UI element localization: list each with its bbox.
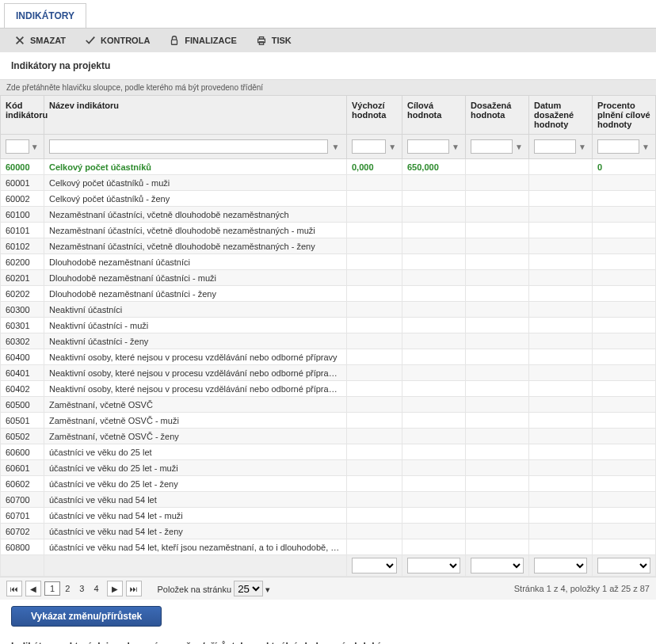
table-row[interactable]: 60201Dlouhodobě nezaměstnaní účastníci -…	[1, 270, 656, 286]
col-header-name[interactable]: Název indikátoru	[44, 96, 347, 135]
filter-icon[interactable]: ▼	[641, 140, 650, 153]
filter-achieved[interactable]	[471, 139, 513, 154]
cell-v1: 0,000	[347, 159, 402, 175]
footer-select-date[interactable]	[534, 558, 587, 574]
cell-name: účastníci ve věku do 25 let - muži	[44, 460, 347, 476]
report-change-button[interactable]: Vykázat změnu/přírůstek	[11, 606, 162, 627]
table-row[interactable]: 60302Neaktivní účastníci - ženy	[1, 333, 656, 349]
col-header-date[interactable]: Datum dosažené hodnoty	[529, 96, 593, 135]
table-row[interactable]: 60001Celkový počet účastníků - muži	[1, 175, 656, 191]
col-header-initial[interactable]: Výchozí hodnota	[347, 96, 402, 135]
cell-v4	[529, 270, 593, 286]
table-row[interactable]: 60601účastníci ve věku do 25 let - muži	[1, 460, 656, 476]
page-size-select[interactable]: 25	[234, 581, 263, 596]
col-header-code[interactable]: Kód indikátoru	[1, 96, 44, 135]
finalize-button[interactable]: FINALIZACE	[161, 32, 244, 49]
cell-v3	[466, 223, 529, 238]
tab-indicators[interactable]: INDIKÁTORY	[4, 3, 86, 28]
table-row[interactable]: 60600účastníci ve věku do 25 let	[1, 444, 656, 460]
finalize-label: FINALIZACE	[185, 36, 236, 45]
filter-icon[interactable]: ▼	[578, 140, 587, 153]
table-row[interactable]: 60500Zaměstnaní, včetně OSVČ	[1, 397, 656, 413]
filter-icon[interactable]: ▼	[330, 140, 341, 153]
filter-date[interactable]	[534, 139, 576, 154]
cell-v1	[347, 381, 402, 397]
cell-v5	[593, 429, 656, 444]
cell-name: Celkový počet účastníků - ženy	[44, 191, 347, 207]
pager-first-button[interactable]: ⏮	[6, 581, 22, 596]
footer-select-target[interactable]	[407, 558, 460, 574]
cell-name: účastníci ve věku nad 54 let, kteří jsou…	[44, 539, 347, 555]
footer-select-percent[interactable]	[597, 558, 650, 574]
cell-v5	[593, 539, 656, 555]
pager-next-button[interactable]: ▶	[107, 581, 123, 596]
cell-name: Neaktivní osoby, které nejsou v procesu …	[44, 349, 347, 365]
cell-v2	[402, 270, 466, 286]
cell-v1	[347, 270, 402, 286]
table-row[interactable]: 60602účastníci ve věku do 25 let - ženy	[1, 476, 656, 492]
cell-code: 60200	[1, 254, 44, 270]
filter-icon[interactable]: ▼	[514, 140, 524, 153]
section-title-1: Indikátory na projektu	[0, 52, 656, 80]
footer-select-initial[interactable]	[352, 558, 397, 574]
table-row[interactable]: 60300Neaktivní účastníci	[1, 302, 656, 318]
table-row[interactable]: 60401Neaktivní osoby, které nejsou v pro…	[1, 365, 656, 381]
filter-code[interactable]	[6, 139, 29, 154]
table-row[interactable]: 60202Dlouhodobě nezaměstnaní účastníci -…	[1, 286, 656, 302]
cell-v1	[347, 207, 402, 223]
cell-code: 60502	[1, 429, 44, 444]
cell-v3	[466, 508, 529, 524]
cell-v2	[402, 223, 466, 238]
table-row[interactable]: 60002Celkový počet účastníků - ženy	[1, 191, 656, 207]
col-header-target[interactable]: Cílová hodnota	[402, 96, 466, 135]
filter-icon[interactable]: ▼	[31, 140, 39, 153]
table-row[interactable]: 60402Neaktivní osoby, které nejsou v pro…	[1, 381, 656, 397]
group-by-hint[interactable]: Zde přetáhněte hlavičku sloupce, podle k…	[0, 80, 656, 95]
pager-page-1[interactable]: 1	[44, 581, 60, 596]
table-row[interactable]: 60701účastníci ve věku nad 54 let - muži	[1, 508, 656, 524]
table-row[interactable]: 60502Zaměstnaní, včetně OSVČ - ženy	[1, 429, 656, 444]
filter-icon[interactable]: ▼	[387, 140, 397, 153]
table-row[interactable]: 60102Nezaměstnaní účastníci, včetně dlou…	[1, 238, 656, 254]
cell-code: 60600	[1, 444, 44, 460]
cell-code: 60101	[1, 223, 44, 238]
cell-v5	[593, 207, 656, 223]
filter-target[interactable]	[407, 139, 449, 154]
col-header-percent[interactable]: Procento plnění cílové hodnoty	[593, 96, 656, 135]
table-row[interactable]: 60200Dlouhodobě nezaměstnaní účastníci	[1, 254, 656, 270]
cell-code: 60002	[1, 191, 44, 207]
pager-prev-button[interactable]: ◀	[25, 581, 41, 596]
filter-name[interactable]	[49, 139, 328, 154]
col-header-achieved[interactable]: Dosažená hodnota	[466, 96, 529, 135]
cell-v3	[466, 207, 529, 223]
pager-page-3[interactable]: 3	[74, 582, 89, 595]
print-button[interactable]: TISK	[248, 32, 299, 49]
delete-button[interactable]: SMAZAT	[6, 32, 74, 49]
cell-v2	[402, 207, 466, 223]
filter-percent[interactable]	[597, 139, 639, 154]
table-row[interactable]: 60100Nezaměstnaní účastníci, včetně dlou…	[1, 207, 656, 223]
table-row[interactable]: 60800účastníci ve věku nad 54 let, kteří…	[1, 539, 656, 555]
svg-rect-2	[259, 37, 263, 40]
pager-page-2[interactable]: 2	[60, 582, 74, 595]
cell-name: Nezaměstnaní účastníci, včetně dlouhodob…	[44, 223, 347, 238]
table-row[interactable]: 60000Celkový počet účastníků0,000650,000…	[1, 159, 656, 175]
pager-last-button[interactable]: ⏭	[126, 581, 142, 596]
table-row[interactable]: 60501Zaměstnaní, včetně OSVČ - muži	[1, 413, 656, 429]
table-row[interactable]: 60700účastníci ve věku nad 54 let	[1, 492, 656, 508]
table-row[interactable]: 60400Neaktivní osoby, které nejsou v pro…	[1, 349, 656, 365]
filter-initial[interactable]	[352, 139, 386, 154]
table-row[interactable]: 60301Neaktivní účastníci - muži	[1, 318, 656, 333]
table-row[interactable]: 60702účastníci ve věku nad 54 let - ženy	[1, 524, 656, 539]
cell-code: 60702	[1, 524, 44, 539]
pager-page-4[interactable]: 4	[89, 582, 103, 595]
filter-icon[interactable]: ▼	[451, 140, 460, 153]
cell-v5	[593, 333, 656, 349]
footer-select-achieved[interactable]	[471, 558, 524, 574]
cell-code: 60000	[1, 159, 44, 175]
cell-v4	[529, 223, 593, 238]
table-row[interactable]: 60101Nezaměstnaní účastníci, včetně dlou…	[1, 223, 656, 238]
check-icon	[85, 35, 96, 46]
cell-v1	[347, 429, 402, 444]
check-button[interactable]: KONTROLA	[77, 32, 158, 49]
